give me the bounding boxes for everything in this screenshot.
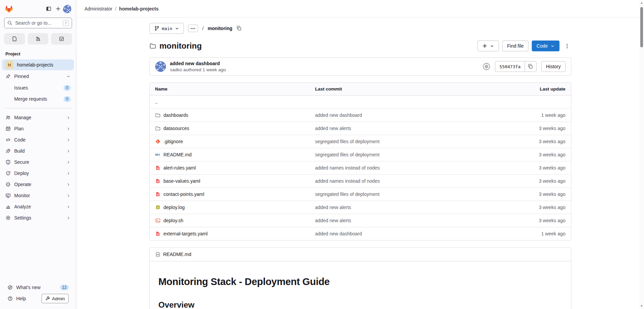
- readme-file-link[interactable]: README.md: [163, 252, 191, 257]
- table-row: external-targets.yaml added new dashboar…: [150, 227, 571, 240]
- scrollbar-thumb[interactable]: [640, 7, 643, 47]
- users-icon: [5, 115, 11, 120]
- row-commit-message-link[interactable]: added new alerts: [315, 205, 351, 210]
- row-last-update: 3 weeks ago: [503, 148, 571, 161]
- copy-path-icon[interactable]: [236, 26, 242, 31]
- file-name-link[interactable]: README.md: [164, 152, 192, 157]
- sidebar-item-settings[interactable]: Settings: [2, 212, 74, 223]
- file-tree: Name Last commit Last update .. dashboar…: [149, 82, 571, 240]
- scroll-down-arrow[interactable]: ▼: [639, 305, 644, 308]
- sidebar-item-secure[interactable]: Secure: [2, 157, 74, 168]
- row-commit-message-link[interactable]: added new alerts: [315, 126, 351, 131]
- ellipsis-button[interactable]: •••: [188, 25, 198, 32]
- breadcrumb-administrator[interactable]: Administrator: [85, 6, 112, 11]
- file-name-link[interactable]: deploy.sh: [164, 218, 184, 223]
- sidebar-item-manage[interactable]: Manage: [2, 112, 74, 123]
- column-header-last-update: Last update: [503, 83, 571, 96]
- shell-file-icon: [155, 218, 161, 223]
- count-badge: 0: [64, 85, 71, 91]
- row-commit-message-link[interactable]: added new dashboard: [315, 231, 362, 236]
- sidebar: Search or go to... / Project H homelab-p…: [0, 0, 76, 309]
- sidebar-item-merge-requests[interactable]: Merge requests 0: [2, 94, 74, 104]
- project-name: homelab-projects: [17, 62, 53, 68]
- kebab-menu-icon[interactable]: [563, 43, 571, 49]
- issues-shortcut-icon[interactable]: [4, 33, 25, 45]
- avatar[interactable]: [63, 5, 71, 13]
- commit-message-link[interactable]: added new dashboard: [170, 61, 226, 66]
- row-commit-message-link[interactable]: added names instead of nodes: [315, 165, 380, 171]
- code-button[interactable]: Code: [532, 41, 559, 51]
- file-name-link[interactable]: contact-points.yaml: [164, 191, 205, 197]
- path-separator: /: [202, 26, 204, 31]
- file-name-link[interactable]: datasources: [164, 126, 189, 131]
- help-label: Help: [16, 296, 26, 301]
- sidebar-item-pinned[interactable]: Pinned: [2, 71, 74, 82]
- pipeline-status-icon[interactable]: [483, 63, 490, 70]
- row-commit-message-link[interactable]: segregated files of deployment: [315, 152, 380, 157]
- todo-shortcut-icon[interactable]: [51, 33, 72, 45]
- plus-icon[interactable]: [53, 4, 63, 14]
- sidebar-item-build[interactable]: Build: [2, 146, 74, 156]
- admin-button[interactable]: Admin: [42, 294, 69, 303]
- sidebar-item-code[interactable]: Code: [2, 134, 74, 145]
- file-name-link[interactable]: dashboards: [164, 112, 188, 118]
- find-file-button[interactable]: Find file: [502, 41, 528, 51]
- sidebar-item-project[interactable]: H homelab-projects: [2, 59, 74, 70]
- table-header-row: Name Last commit Last update: [150, 83, 571, 96]
- search-input[interactable]: Search or go to... /: [4, 18, 72, 28]
- copy-sha-icon[interactable]: [525, 61, 536, 72]
- count-badge: 0: [64, 96, 71, 102]
- table-row: contact-points.yaml segregated files of …: [150, 188, 571, 201]
- merge-request-shortcut-icon[interactable]: [28, 33, 49, 45]
- gitlab-logo-icon[interactable]: [4, 4, 14, 14]
- breadcrumb-project[interactable]: homelab-projects: [119, 6, 159, 11]
- file-name-link[interactable]: base-values.yaml: [164, 178, 200, 184]
- parent-directory-link[interactable]: ..: [155, 99, 158, 105]
- row-commit-message-link[interactable]: segregated files of deployment: [315, 139, 380, 144]
- path-current-link[interactable]: monitoring: [208, 26, 232, 31]
- row-commit-message-link[interactable]: segregated files of deployment: [315, 191, 380, 197]
- slash-kbd: /: [63, 20, 69, 26]
- repo-nav: main ••• / monitoring: [149, 23, 571, 34]
- chevron-right-icon: [66, 127, 71, 131]
- history-button[interactable]: History: [541, 61, 566, 72]
- search-icon: [7, 20, 13, 26]
- sidebar-item-monitor[interactable]: Monitor: [2, 190, 74, 201]
- file-name-link[interactable]: deploy.log: [164, 205, 185, 210]
- file-name-link[interactable]: external-targets.yaml: [164, 231, 208, 236]
- chevron-right-icon: [66, 115, 71, 120]
- last-commit-panel: added new dashboard sadko authored 1 wee…: [149, 57, 571, 76]
- row-commit-message-link[interactable]: added new dashboard: [315, 112, 362, 118]
- compass-icon: [7, 285, 13, 290]
- project-section-label: Project: [0, 45, 76, 59]
- chevron-right-icon: [66, 216, 71, 220]
- pinned-list: Issues 0 Merge requests 0: [0, 82, 76, 105]
- title-row: monitoring Find file Code: [149, 41, 571, 51]
- sidebar-item-deploy[interactable]: Deploy: [2, 168, 74, 179]
- gear-icon: [5, 215, 11, 221]
- sidebar-toggle-icon[interactable]: [44, 4, 53, 14]
- pin-icon: [5, 74, 11, 79]
- scroll-up-arrow[interactable]: ▲: [639, 1, 644, 4]
- sidebar-item-issues[interactable]: Issues 0: [2, 82, 74, 93]
- sidebar-item-analyze[interactable]: Analyze: [2, 201, 74, 212]
- markdown-icon: M: [155, 152, 161, 157]
- add-file-button[interactable]: [477, 41, 499, 51]
- sidebar-item-operate[interactable]: Operate: [2, 179, 74, 190]
- row-commit-message-link[interactable]: added names instead of nodes: [315, 178, 380, 184]
- chevron-down-icon: [550, 44, 555, 48]
- sidebar-item-whats-new[interactable]: What's new 12: [4, 282, 72, 293]
- chevron-right-icon: [66, 160, 71, 164]
- table-row: alert-rules.yaml added names instead of …: [150, 161, 571, 175]
- row-last-update: 1 week ago: [503, 227, 571, 240]
- branch-selector[interactable]: main: [149, 23, 184, 34]
- project-avatar: H: [5, 61, 14, 69]
- file-name-link[interactable]: .gitignore: [164, 139, 183, 144]
- sidebar-item-help[interactable]: Help Admin: [4, 293, 72, 304]
- row-commit-message-link[interactable]: added new alerts: [315, 218, 351, 223]
- pinned-label: Pinned: [14, 74, 29, 79]
- commit-author-avatar[interactable]: [155, 61, 166, 72]
- file-name-link[interactable]: alert-rules.yaml: [164, 165, 196, 171]
- table-row: deploy.sh added new alerts 3 weeks ago: [150, 214, 571, 227]
- sidebar-item-plan[interactable]: Plan: [2, 123, 74, 134]
